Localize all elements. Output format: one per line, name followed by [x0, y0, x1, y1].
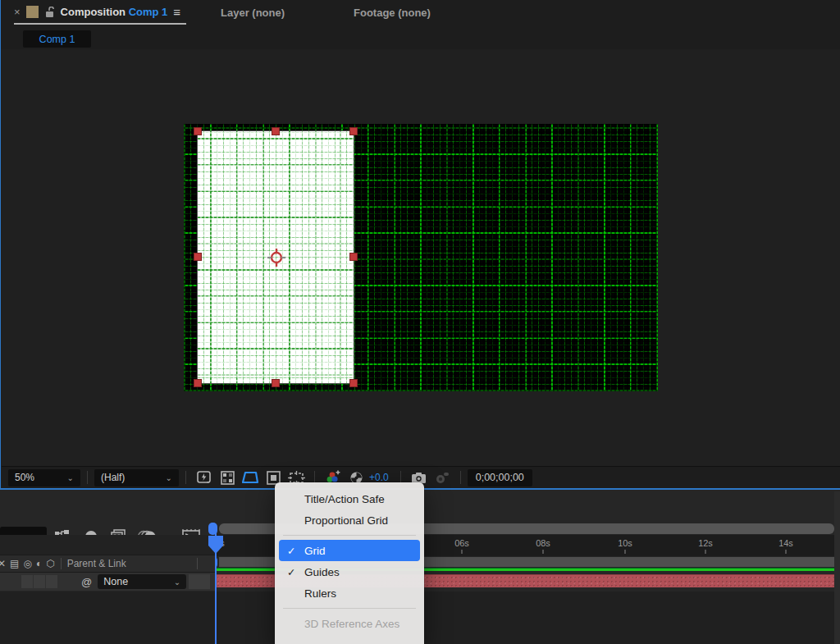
viewer-tab-row: Comp 1: [1, 25, 840, 49]
comp-viewport[interactable]: [2, 49, 840, 466]
transparency-grid-icon[interactable]: [218, 469, 236, 486]
menu-separator: [283, 608, 416, 609]
menu-item-grid[interactable]: ✓Grid: [279, 540, 420, 561]
composition-panel: × Composition Comp 1 ≡ Layer (none) Foot…: [0, 0, 840, 490]
switches-column-icons: ✕: [0, 558, 6, 569]
show-snapshot-icon[interactable]: [433, 469, 451, 486]
fast-previews-icon[interactable]: [195, 469, 213, 486]
layer-row[interactable]: @ None ⌄: [0, 573, 216, 591]
motion-blur-column-icon[interactable]: ◎: [23, 558, 31, 569]
chevron-down-icon: ⌄: [174, 578, 180, 587]
adjustment-layer-column-icon[interactable]: ◐: [36, 558, 42, 569]
layer-switch-cell[interactable]: [46, 575, 57, 588]
after-effects-window: × Composition Comp 1 ≡ Layer (none) Foot…: [0, 0, 840, 644]
cube-3d-column-icon[interactable]: ⬡: [46, 558, 54, 569]
selection-handle-tr[interactable]: [349, 127, 358, 135]
selection-handle-tl[interactable]: [194, 127, 202, 135]
viewer-tab-comp1[interactable]: Comp 1: [23, 30, 91, 48]
ruler-tick-label: 06s: [454, 538, 469, 548]
unlock-icon[interactable]: [44, 7, 55, 18]
panel-color-swatch: [26, 6, 39, 18]
menu-item-guides[interactable]: ✓Guides: [279, 561, 420, 582]
preview-timecode[interactable]: 0;00;00;00: [468, 469, 532, 486]
selection-handle-b[interactable]: [272, 379, 280, 387]
chevron-down-icon: ⌄: [166, 473, 172, 482]
ruler-tick-label: 12s: [698, 538, 713, 548]
menu-item-title-action-safe[interactable]: Title/Action Safe: [279, 488, 420, 509]
layer-switch-cell[interactable]: [21, 575, 33, 588]
panel-menu-icon[interactable]: ≡: [173, 5, 180, 19]
exposure-value[interactable]: +0.0: [369, 472, 389, 483]
close-icon[interactable]: ×: [14, 6, 21, 18]
timeline-column-header: ✕ ▤ ◎ ◐ ⬡ Parent & Link: [0, 555, 216, 573]
menu-item-rulers[interactable]: Rulers: [279, 582, 420, 604]
resolution-dropdown[interactable]: (Half)⌄: [94, 469, 179, 486]
frame-blend-column-icon[interactable]: ▤: [10, 558, 19, 569]
timeline-right-gutter: [834, 491, 840, 644]
anchor-point-icon[interactable]: [267, 248, 286, 267]
layer-row-end-cell: [189, 574, 210, 589]
chevron-down-icon: ⌄: [67, 473, 74, 482]
panel-tab-strip: × Composition Comp 1 ≡ Layer (none) Foot…: [1, 0, 840, 25]
active-tab-underline: [14, 23, 186, 25]
ruler-tick-label: 14s: [778, 538, 793, 548]
menu-item-3d-reference-axes: 3D Reference Axes: [279, 613, 420, 634]
tab-footage[interactable]: Footage (none): [354, 7, 431, 19]
layer-switch-cell[interactable]: [34, 575, 45, 588]
pick-whip-icon[interactable]: @: [81, 576, 92, 588]
grid-guides-menu: Title/Action Safe Proportional Grid ✓Gri…: [275, 482, 424, 644]
menu-separator: [283, 535, 416, 536]
selection-handle-t[interactable]: [272, 127, 280, 135]
active-comp-name: Comp 1: [129, 6, 168, 18]
tab-composition-label: Composition Comp 1: [61, 6, 168, 18]
selection-handle-br[interactable]: [349, 379, 358, 387]
ruler-left-spacer: [0, 535, 216, 556]
ruler-tick-label: 08s: [536, 538, 550, 548]
mask-visibility-icon[interactable]: [241, 469, 259, 486]
ruler-tick-label: 10s: [618, 538, 632, 548]
parent-select[interactable]: None ⌄: [98, 574, 186, 589]
selection-handle-bl[interactable]: [194, 379, 202, 387]
selection-handle-r[interactable]: [349, 253, 358, 261]
composition-frame[interactable]: [184, 124, 658, 391]
tab-layer[interactable]: Layer (none): [221, 7, 285, 19]
selection-handle-l[interactable]: [194, 253, 202, 261]
tab-composition[interactable]: × Composition Comp 1 ≡: [9, 0, 185, 24]
parent-link-column-header[interactable]: Parent & Link: [67, 558, 126, 569]
magnification-dropdown[interactable]: 50%⌄: [8, 469, 80, 486]
menu-item-proportional-grid[interactable]: Proportional Grid: [279, 509, 420, 531]
